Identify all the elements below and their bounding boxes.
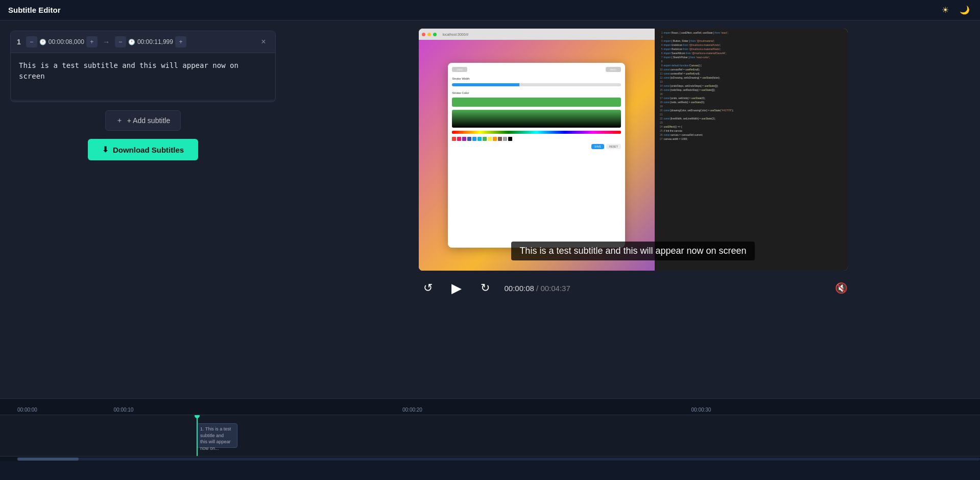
save-mini: SAVE (591, 144, 604, 149)
app-toolbar: UNDO REDO (452, 67, 621, 72)
inner-screenshot: localhost:3000/# UNDO REDO Stroke Width (419, 29, 848, 271)
clock-icon-start: 🕐 (39, 39, 46, 45)
add-icon: ＋ (116, 116, 123, 125)
end-time-decrease-btn[interactable]: − (115, 36, 126, 47)
color-swatches (452, 137, 621, 141)
subtitle-textarea[interactable] (11, 53, 275, 100)
add-subtitle-label: + Add subtitle (127, 116, 170, 125)
moon-icon[interactable]: 🌙 (958, 3, 972, 17)
app-window: UNDO REDO Stroke Width Stroke Color (448, 63, 625, 248)
sun-icon[interactable]: ☀ (938, 3, 952, 17)
ruler-mark-30: 00:00:30 (691, 407, 981, 413)
add-subtitle-button[interactable]: ＋ + Add subtitle (105, 110, 181, 131)
timeline-track[interactable]: 1. This is a test subtitle and this will… (0, 415, 980, 456)
topbar: Subtitle Editor ☀ 🌙 (0, 0, 980, 20)
arrow-icon: → (103, 38, 110, 46)
start-time-increase-btn[interactable]: + (86, 36, 98, 47)
browser-content: UNDO REDO Stroke Width Stroke Color (419, 40, 655, 271)
download-label: Download Subtitles (113, 146, 184, 154)
video-controls: ↺ ▶ ↻ 00:00:08 / 00:04:37 🔇 (419, 271, 848, 305)
timeline-playhead (197, 415, 198, 456)
browser-bar: localhost:3000/# (419, 29, 655, 40)
stroke-slider (452, 83, 621, 86)
start-time-decrease-btn[interactable]: − (26, 36, 37, 47)
end-time-increase-btn[interactable]: + (175, 36, 186, 47)
stroke-width-label: Stroke Width (452, 77, 621, 80)
subtitle-display-text: This is a test subtitle and this will ap… (511, 242, 754, 260)
start-time-group: − 🕐 00:00:08,000 + (26, 36, 98, 47)
ruler-mark-20: 00:00:20 (402, 407, 691, 413)
browser-half: localhost:3000/# UNDO REDO Stroke Width (419, 29, 655, 271)
timeline-ruler: 00:00:00 00:00:10 00:00:20 00:00:30 (0, 399, 980, 415)
start-time-value: 00:00:08,000 (49, 38, 84, 45)
rewind-button[interactable]: ↺ (419, 279, 437, 297)
subtitle-block-line1: 1. This is a test subtitle and (200, 426, 234, 439)
scrollbar-thumb[interactable] (17, 458, 79, 461)
forward-button[interactable]: ↻ (476, 279, 494, 297)
right-panel: localhost:3000/# UNDO REDO Stroke Width (286, 20, 980, 398)
play-button[interactable]: ▶ (447, 279, 466, 297)
start-time-display: 🕐 00:00:08,000 (39, 38, 84, 45)
ruler-label-20: 00:00:20 (402, 407, 422, 413)
color-block (452, 98, 621, 107)
download-icon: ⬇ (102, 145, 109, 154)
subtitle-card-header: 1 − 🕐 00:00:08,000 + → − 🕐 00:00:11,999 (11, 31, 275, 53)
total-time: 00:04:37 (540, 284, 570, 293)
color-picker-box (452, 110, 621, 128)
undo-btn-mini: UNDO (452, 67, 467, 72)
ruler-marks: 00:00:00 00:00:10 00:00:20 00:00:30 (17, 407, 980, 413)
timeline-scrollbar (0, 456, 980, 461)
main-content: 1 − 🕐 00:00:08,000 + → − 🕐 00:00:11,999 (0, 20, 980, 398)
subtitle-block-line2: this will appear now on... (200, 439, 234, 451)
vscode-half: 1import React, { useEffect, useRef, useS… (655, 29, 848, 271)
subtitle-number: 1 (17, 38, 21, 46)
left-panel: 1 − 🕐 00:00:08,000 + → − 🕐 00:00:11,999 (0, 20, 286, 398)
ruler-label-10: 00:00:10 (114, 407, 134, 413)
color-picker-rainbow (452, 131, 621, 134)
current-time: 00:00:08 / 00:04:37 (505, 284, 570, 293)
subtitle-block[interactable]: 1. This is a test subtitle and this will… (197, 423, 237, 448)
video-screenshot: localhost:3000/# UNDO REDO Stroke Width (419, 29, 848, 271)
download-subtitles-button[interactable]: ⬇ Download Subtitles (88, 139, 198, 160)
reset-mini: RESET (606, 144, 621, 149)
topbar-icons: ☀ 🌙 (938, 3, 972, 17)
subtitle-card: 1 − 🕐 00:00:08,000 + → − 🕐 00:00:11,999 (10, 31, 276, 102)
end-time-group: − 🕐 00:00:11,999 + (115, 36, 186, 47)
stroke-color-label: Stroke Color (452, 91, 621, 94)
clock-icon-end: 🕐 (128, 39, 135, 45)
app-actions: SAVE RESET (452, 144, 621, 149)
ruler-mark-10: 00:00:10 (114, 407, 403, 413)
ruler-label-30: 00:00:30 (691, 407, 711, 413)
ruler-mark-0: 00:00:00 (17, 407, 114, 413)
subtitle-overlay: This is a test subtitle and this will ap… (419, 242, 848, 260)
end-time-display: 🕐 00:00:11,999 (128, 38, 173, 45)
end-time-value: 00:00:11,999 (137, 38, 173, 45)
app-title: Subtitle Editor (8, 6, 61, 14)
redo-btn-mini: REDO (606, 67, 621, 72)
volume-button[interactable]: 🔇 (835, 282, 848, 294)
scrollbar-track[interactable] (17, 458, 980, 461)
timeline-area: 00:00:00 00:00:10 00:00:20 00:00:30 1. T… (0, 398, 980, 480)
ruler-label-0: 00:00:00 (17, 407, 37, 413)
close-subtitle-btn[interactable]: × (258, 36, 269, 47)
video-container: localhost:3000/# UNDO REDO Stroke Width (419, 29, 848, 271)
